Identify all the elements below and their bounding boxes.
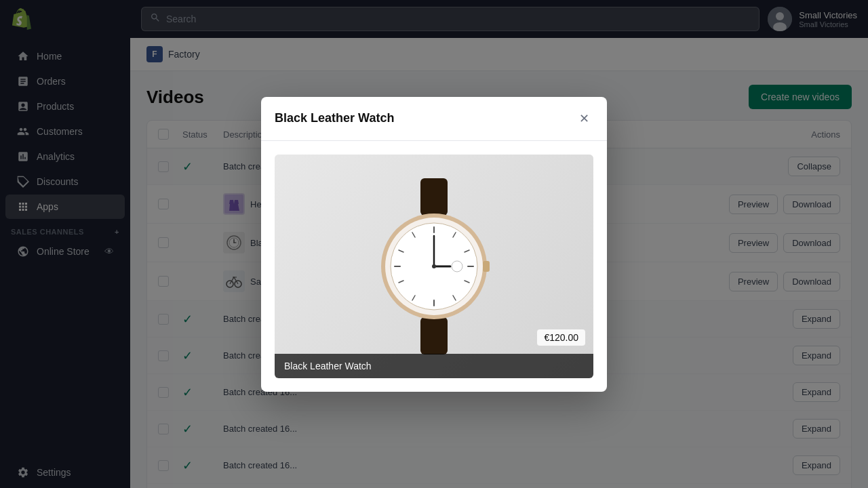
modal-header: Black Leather Watch ✕ [261,97,607,141]
video-preview: €120.00 Black Leather Watch [275,155,593,378]
caption-product-name: Black Leather Watch [284,361,372,371]
modal-title: Black Leather Watch [275,111,394,125]
modal: Black Leather Watch ✕ [261,97,607,392]
video-caption: Black Leather Watch [275,354,593,378]
modal-overlay[interactable]: Black Leather Watch ✕ [0,0,868,488]
price-badge: €120.00 [537,329,585,346]
svg-rect-11 [420,178,448,216]
modal-body: €120.00 Black Leather Watch [261,141,607,392]
watch-illustration [366,178,502,354]
modal-close-button[interactable]: ✕ [574,109,593,128]
svg-rect-12 [420,317,448,354]
svg-point-30 [432,264,436,268]
svg-rect-31 [483,261,490,272]
